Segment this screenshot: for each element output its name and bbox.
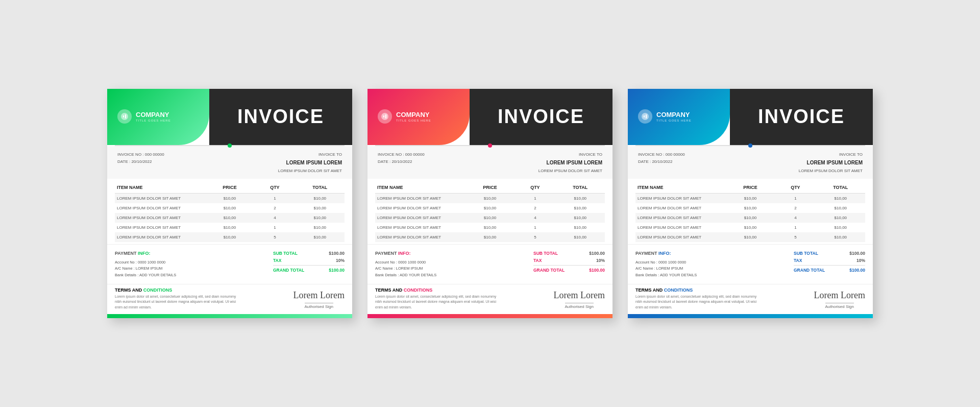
info-left: INVOICE NO : 000 00000 DATE : 20/10/2022: [378, 151, 425, 175]
row-qty: 2: [773, 206, 818, 210]
bottom-section: PAYMENT INFO: Account No : 0000 1000 000…: [628, 244, 873, 284]
header-right: INVOICE: [209, 89, 352, 145]
divider-line: [635, 145, 865, 146]
col-total: TOTAL: [298, 185, 342, 190]
row-total: $10,00: [818, 216, 863, 220]
table-row: LOREM IPSUM DOLOR SIT AMET $10,00 1 $10,…: [115, 194, 345, 203]
table-row: LOREM IPSUM DOLOR SIT AMET $10,00 5 $10,…: [635, 232, 865, 242]
svg-rect-2: [125, 114, 126, 118]
col-total: TOTAL: [558, 185, 603, 190]
company-logo: COMPANY TITLE GOES HERE: [136, 111, 171, 122]
table-row: LOREM IPSUM DOLOR SIT AMET $10,00 1 $10,…: [375, 223, 605, 232]
row-qty: 1: [252, 225, 297, 230]
account-no: Account No : 0000 1000 0000: [635, 259, 697, 266]
sign-section: Lorem Lorem Authorised Sign: [293, 290, 345, 310]
svg-rect-8: [646, 114, 647, 118]
terms-text: Lorem ipsum dolor sit amet, consectetuer…: [635, 294, 762, 310]
sub-total-label: SUB TOTAL: [794, 251, 818, 256]
invoice-to-label: INVOICE TO: [799, 151, 863, 158]
terms-text: Lorem ipsum dolor sit amet, consectetuer…: [375, 294, 502, 310]
invoice-title: INVOICE: [498, 106, 584, 128]
invoice-number: INVOICE NO : 000 00000: [378, 151, 425, 158]
row-qty: 1: [512, 196, 557, 201]
invoice-to-sub: LOREM IPSUM DOLOR SIT AMET: [799, 167, 863, 175]
company-icon: [378, 109, 392, 124]
invoice-to-name: LOREM IPSUM LOREM: [538, 158, 602, 167]
row-name: LOREM IPSUM DOLOR SIT AMET: [377, 206, 468, 210]
row-price: $10,00: [468, 235, 512, 240]
tax-value: 10%: [596, 258, 605, 263]
row-price: $10,00: [728, 196, 773, 201]
company-subtitle: TITLE GOES HERE: [136, 119, 171, 122]
invoice-card-red: COMPANY TITLE GOES HERE INVOICE INVOICE …: [368, 89, 612, 319]
company-icon: [117, 109, 132, 124]
terms-section: TERMS AND CONDITIONS Lorem ipsum dolor s…: [368, 284, 612, 315]
row-name: LOREM IPSUM DOLOR SIT AMET: [117, 225, 207, 230]
sign-script: Lorem Lorem: [554, 290, 605, 301]
row-name: LOREM IPSUM DOLOR SIT AMET: [638, 196, 728, 201]
table-row: LOREM IPSUM DOLOR SIT AMET $10,00 2 $10,…: [375, 203, 605, 213]
invoice-number: INVOICE NO : 000 00000: [117, 151, 164, 158]
row-price: $10,00: [468, 206, 512, 210]
sub-total-value: $100.00: [329, 251, 345, 256]
sub-total-value: $100.00: [849, 251, 865, 256]
invoice-date: DATE : 20/10/2022: [378, 158, 425, 165]
table-row: LOREM IPSUM DOLOR SIT AMET $10,00 4 $10,…: [375, 213, 605, 223]
sub-total-value: $100.00: [589, 251, 605, 256]
sign-script: Lorem Lorem: [814, 290, 865, 301]
table-row: LOREM IPSUM DOLOR SIT AMET $10,00 5 $10,…: [375, 232, 605, 242]
grand-total-value: $100.00: [329, 268, 345, 273]
divider-line: [115, 145, 345, 146]
svg-rect-1: [123, 115, 124, 117]
row-name: LOREM IPSUM DOLOR SIT AMET: [377, 216, 468, 220]
payment-title-colored: INFO:: [398, 251, 411, 256]
invoice-to-name: LOREM IPSUM LOREM: [278, 158, 342, 167]
row-qty: 4: [252, 216, 297, 220]
sub-total-label: SUB TOTAL: [533, 251, 558, 256]
col-item: ITEM NAME: [117, 185, 207, 190]
row-price: $10,00: [207, 225, 252, 230]
invoice-card-blue: COMPANY TITLE GOES HERE INVOICE INVOICE …: [628, 89, 873, 319]
footer-bar: [368, 314, 612, 318]
row-total: $10,00: [558, 235, 603, 240]
divider-line: [375, 145, 605, 146]
tax-value: 10%: [336, 258, 345, 263]
info-right: INVOICE TO LOREM IPSUM LOREM LOREM IPSUM…: [278, 151, 342, 175]
row-price: $10,00: [468, 216, 512, 220]
invoice-title: INVOICE: [758, 106, 845, 128]
invoice-date: DATE : 20/10/2022: [117, 158, 164, 165]
row-qty: 5: [773, 235, 818, 240]
account-no: Account No : 0000 1000 0000: [375, 259, 436, 266]
row-name: LOREM IPSUM DOLOR SIT AMET: [638, 216, 728, 220]
header-left: COMPANY TITLE GOES HERE: [368, 89, 470, 145]
divider-dot: [228, 143, 232, 148]
sign-label: Authorised Sign: [825, 303, 854, 309]
row-name: LOREM IPSUM DOLOR SIT AMET: [377, 225, 468, 230]
header-right: INVOICE: [470, 89, 612, 145]
terms-section: TERMS AND CONDITIONS Lorem ipsum dolor s…: [628, 284, 873, 315]
payment-title: PAYMENT INFO:: [635, 250, 697, 257]
sub-total-row: SUB TOTAL $100.00: [794, 250, 865, 257]
grand-total-row: GRAND TOTAL $100.00: [273, 265, 345, 274]
row-total: $10,00: [818, 225, 863, 230]
invoice-card-green: COMPANY TITLE GOES HERE INVOICE INVOICE …: [107, 89, 352, 319]
tax-label: TAX: [273, 258, 281, 263]
invoice-table: ITEM NAME PRICE QTY TOTAL LOREM IPSUM DO…: [368, 179, 612, 242]
totals: SUB TOTAL $100.00 TAX 10% GRAND TOTAL $1…: [273, 250, 345, 279]
row-total: $10,00: [298, 235, 342, 240]
payment-info: PAYMENT INFO: Account No : 0000 1000 000…: [375, 250, 436, 279]
svg-point-0: [121, 113, 128, 120]
col-total: TOTAL: [818, 185, 863, 190]
company-name: COMPANY: [656, 111, 692, 118]
payment-title-colored: INFO:: [138, 251, 151, 256]
invoice-table: ITEM NAME PRICE QTY TOTAL LOREM IPSUM DO…: [107, 179, 352, 242]
row-total: $10,00: [298, 206, 342, 210]
sign-script: Lorem Lorem: [293, 290, 345, 301]
row-price: $10,00: [468, 196, 512, 201]
grand-total-row: GRAND TOTAL $100.00: [533, 265, 605, 274]
row-name: LOREM IPSUM DOLOR SIT AMET: [117, 196, 207, 201]
info-right: INVOICE TO LOREM IPSUM LOREM LOREM IPSUM…: [799, 151, 863, 175]
payment-info: PAYMENT INFO: Account No : 0000 1000 000…: [115, 250, 176, 279]
bank-details: Bank Details : ADD YOUR DETAILS: [375, 272, 436, 279]
bank-details: Bank Details : ADD YOUR DETAILS: [115, 272, 176, 279]
